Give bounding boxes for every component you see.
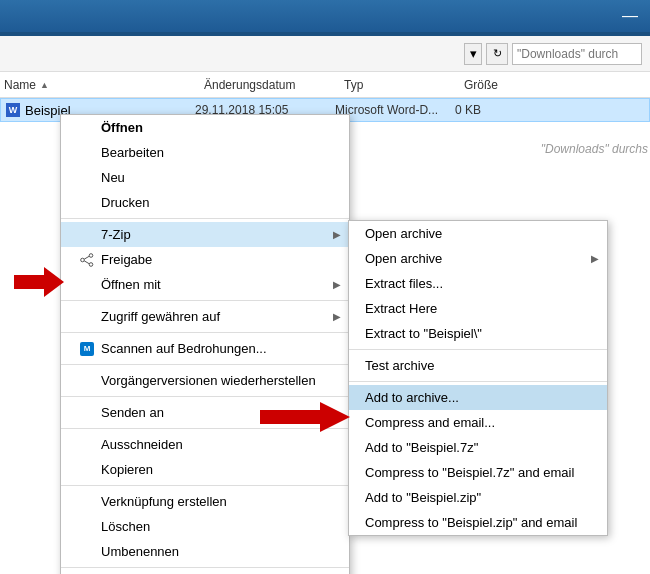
ctx-7zip-extract-files[interactable]: Extract files...: [349, 271, 607, 296]
ctx-7zip-extract-here[interactable]: Extract Here: [349, 296, 607, 321]
file-list-container: Name ▲ Änderungsdatum Typ Größe W Beispi…: [0, 72, 650, 574]
svg-point-1: [89, 262, 93, 266]
separator-5: [61, 396, 349, 397]
separator-3: [61, 332, 349, 333]
red-arrow-left: [14, 267, 64, 297]
ctx-item-new[interactable]: Neu: [61, 165, 349, 190]
separator-7: [61, 485, 349, 486]
separator-4: [61, 364, 349, 365]
refresh-icon: ↻: [493, 47, 502, 60]
ctx-7zip-extract-to[interactable]: Extract to "Beispiel\": [349, 321, 607, 346]
ctx-7zip-compress-7z-email[interactable]: Compress to "Beispiel.7z" and email: [349, 460, 607, 485]
ctx-7zip-add-to-archive[interactable]: Add to archive...: [349, 385, 607, 410]
red-arrow-mid: [260, 402, 350, 432]
ctx-7zip-open-archive-2[interactable]: Open archive ▶: [349, 246, 607, 271]
sort-arrow-icon: ▲: [40, 80, 49, 90]
submenu-arrow-open-with-icon: ▶: [333, 279, 341, 290]
context-menu-primary: Öffnen Bearbeiten Neu Drucken 7-Zip ▶: [60, 114, 350, 574]
search-input[interactable]: [517, 47, 637, 61]
ctx-item-open-with[interactable]: Öffnen mit ▶: [61, 272, 349, 297]
ctx-item-7zip[interactable]: 7-Zip ▶: [61, 222, 349, 247]
toolbar-refresh-button[interactable]: ↻: [486, 43, 508, 65]
ctx-item-create-shortcut[interactable]: Verknüpfung erstellen: [61, 489, 349, 514]
ctx-item-grant-access[interactable]: Zugriff gewähren auf ▶: [61, 304, 349, 329]
submenu-arrow-open-archive-icon: ▶: [591, 253, 599, 264]
ctx-item-restore-versions[interactable]: Vorgängerversionen wiederherstellen: [61, 368, 349, 393]
minimize-button[interactable]: —: [622, 8, 638, 24]
malwarebytes-icon: M: [80, 342, 94, 356]
ctx-7zip-open-archive-1[interactable]: Open archive: [349, 221, 607, 246]
column-size[interactable]: Größe: [464, 78, 544, 92]
svg-line-4: [84, 260, 89, 263]
column-type[interactable]: Typ: [344, 78, 464, 92]
word-icon: W: [6, 103, 20, 117]
ctx-item-delete[interactable]: Löschen: [61, 514, 349, 539]
svg-line-3: [84, 256, 89, 259]
chevron-down-icon: ▾: [470, 46, 477, 61]
ctx-7zip-add-7z[interactable]: Add to "Beispiel.7z": [349, 435, 607, 460]
context-menu-7zip-submenu: Open archive Open archive ▶ Extract file…: [348, 220, 608, 536]
ctx-item-scan[interactable]: M Scannen auf Bedrohungen...: [61, 336, 349, 361]
column-name[interactable]: Name ▲: [4, 78, 204, 92]
left-arrow-icon: [14, 267, 64, 297]
separator-1: [61, 218, 349, 219]
search-box[interactable]: [512, 43, 642, 65]
ctx-item-open[interactable]: Öffnen: [61, 115, 349, 140]
toolbar-dropdown[interactable]: ▾: [464, 43, 482, 65]
file-type: Microsoft Word-D...: [335, 103, 455, 117]
title-bar: —: [0, 0, 650, 32]
ctx-7zip-compress-email[interactable]: Compress and email...: [349, 410, 607, 435]
mid-arrow-icon: [260, 402, 350, 432]
ctx-item-edit[interactable]: Bearbeiten: [61, 140, 349, 165]
column-headers: Name ▲ Änderungsdatum Typ Größe: [0, 72, 650, 98]
separator-8: [61, 567, 349, 568]
separator-sub-1: [349, 349, 607, 350]
submenu-arrow-access-icon: ▶: [333, 311, 341, 322]
share-icon: [80, 253, 94, 267]
separator-2: [61, 300, 349, 301]
ctx-7zip-compress-zip-email[interactable]: Compress to "Beispiel.zip" and email: [349, 510, 607, 535]
ctx-item-cut[interactable]: Ausschneiden: [61, 432, 349, 457]
column-date[interactable]: Änderungsdatum: [204, 78, 344, 92]
ctx-item-copy[interactable]: Kopieren: [61, 457, 349, 482]
svg-marker-6: [260, 402, 350, 432]
submenu-arrow-icon: ▶: [333, 229, 341, 240]
toolbar: ▾ ↻: [0, 36, 650, 72]
downloads-search-label: "Downloads" durchs: [541, 142, 648, 156]
ctx-7zip-add-zip[interactable]: Add to "Beispiel.zip": [349, 485, 607, 510]
separator-sub-2: [349, 381, 607, 382]
ctx-item-print[interactable]: Drucken: [61, 190, 349, 215]
file-size: 0 KB: [455, 103, 535, 117]
svg-point-2: [81, 258, 85, 262]
file-icon: W: [5, 102, 21, 118]
svg-marker-5: [14, 267, 64, 297]
ctx-item-share[interactable]: Freigabe: [61, 247, 349, 272]
ctx-item-rename[interactable]: Umbenennen: [61, 539, 349, 564]
ctx-7zip-test-archive[interactable]: Test archive: [349, 353, 607, 378]
svg-point-0: [89, 253, 93, 257]
